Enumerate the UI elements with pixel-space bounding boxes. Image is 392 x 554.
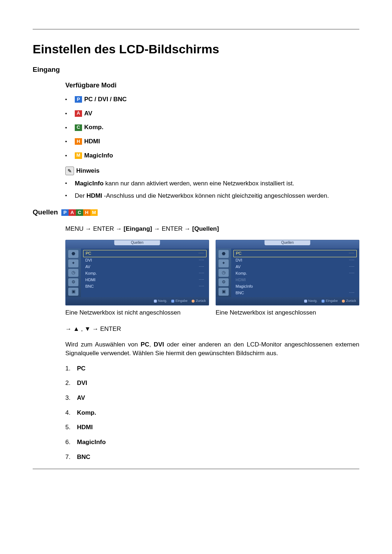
osd-row-value: ---- bbox=[199, 284, 204, 290]
note-tail: kann nur dann aktiviert werden, wenn ein… bbox=[103, 180, 294, 187]
badge-a-icon: A bbox=[75, 110, 82, 117]
desc-bold: DVI bbox=[154, 341, 164, 348]
osd-side-icon: ✦ bbox=[68, 259, 78, 267]
quellen-badges: P A C H M bbox=[61, 209, 98, 216]
osd-title: Quellen bbox=[265, 240, 310, 245]
badge-m-icon: M bbox=[75, 152, 82, 159]
osd-side-icon: ⬣ bbox=[219, 250, 229, 258]
osd-shot-a: Quellen ⬣ ✦ ◷ ⚙ ▣ PC----DVI----AV----Kom… bbox=[65, 240, 209, 305]
osd-footer: Navig. Eingabe Zurück bbox=[66, 297, 209, 305]
nav-bold: Quellen bbox=[194, 225, 217, 232]
osd-row-name: Komp. bbox=[85, 271, 97, 276]
eingang-block: Verfügbare Modi P PC / DVI / BNC A AV C … bbox=[65, 81, 359, 201]
osd-row-value: ---- bbox=[199, 271, 204, 276]
nav-bold: Eingang bbox=[126, 225, 150, 232]
mode-item-hdmi: H HDMI bbox=[65, 137, 359, 146]
osd-row-value: ---- bbox=[199, 251, 204, 257]
note-text: Der HDMI -Anschluss und die Netzwerkbox … bbox=[75, 192, 359, 201]
nav-text: MENU → ENTER → bbox=[65, 225, 124, 232]
osd-header: Quellen bbox=[216, 240, 359, 249]
osd-side-icon: ◷ bbox=[219, 269, 229, 277]
osd-footer-enter: Eingabe bbox=[322, 299, 338, 303]
osd-row-value: ---- bbox=[199, 264, 204, 270]
osd-footer-back: Zurück bbox=[192, 299, 206, 303]
osd-row-value: ---- bbox=[199, 277, 204, 283]
desc-text: Wird zum Auswählen von bbox=[65, 341, 141, 348]
nav-text: → ENTER → bbox=[152, 225, 192, 232]
desc-bold: PC bbox=[141, 341, 150, 348]
osd-side-icon: ⚙ bbox=[68, 278, 78, 286]
mode-item-magicinfo: M MagicInfo bbox=[65, 151, 359, 160]
quellen-description: Wird zum Auswählen von PC, DVI oder eine… bbox=[65, 340, 359, 358]
section-quellen-heading: Quellen P A C H M bbox=[33, 207, 359, 217]
osd-row-value: ---- bbox=[349, 271, 355, 276]
note-text: MagicInfo kann nur dann aktiviert werden… bbox=[75, 179, 294, 188]
mode-label: HDMI bbox=[84, 137, 100, 146]
osd-row-name: HDMI bbox=[236, 277, 246, 283]
osd-row: PC---- bbox=[83, 250, 207, 257]
osd-row: DVI---- bbox=[83, 257, 207, 264]
osd-row: AV---- bbox=[233, 264, 357, 270]
badge-c-icon: C bbox=[76, 209, 83, 216]
bullet-dot bbox=[65, 155, 67, 156]
osd-footer-nav: Navig. bbox=[304, 299, 318, 303]
osd-footer-nav: Navig. bbox=[154, 299, 167, 303]
mode-label: MagicInfo bbox=[84, 151, 113, 160]
mode-label: AV bbox=[84, 109, 92, 118]
note-pre: Der bbox=[75, 192, 86, 199]
osd-row: MagicInfo bbox=[233, 283, 357, 290]
osd-row: AV---- bbox=[83, 264, 207, 270]
badge-p-icon: P bbox=[61, 209, 69, 216]
osd-row-name: DVI bbox=[85, 258, 92, 263]
quellen-block: MENU → ENTER → [Eingang] → ENTER → [Quel… bbox=[65, 225, 359, 462]
nav-steps-1: MENU → ENTER → [Eingang] → ENTER → [Quel… bbox=[65, 225, 359, 234]
page: Einstellen des LCD-Bildschirms Eingang V… bbox=[33, 0, 359, 505]
osd-side-icon: ✦ bbox=[219, 259, 229, 267]
osd-body: ⬣ ✦ ◷ ⚙ ▣ PC----DVI----AV----Komp.----HD… bbox=[216, 249, 359, 297]
bullet-dot bbox=[65, 141, 67, 142]
osd-side-icon: ▣ bbox=[68, 288, 78, 296]
section-eingang-heading: Eingang bbox=[33, 65, 359, 75]
caption-a: Eine Netzwerkbox ist nicht angeschlossen bbox=[65, 308, 209, 317]
note-icon: ✎ bbox=[65, 167, 74, 175]
note-heading: ✎ Hinweis bbox=[65, 167, 359, 176]
osd-row-name: DVI bbox=[236, 258, 242, 263]
osd-row: Komp.---- bbox=[233, 270, 357, 277]
osd-row-name: PC bbox=[86, 251, 91, 257]
osd-row-value: ---- bbox=[349, 290, 355, 296]
osd-header: Quellen bbox=[66, 240, 209, 249]
list-item: HDMI bbox=[65, 423, 359, 432]
osd-row-name: BNC bbox=[236, 290, 244, 296]
osd-row: HDMI---- bbox=[83, 277, 207, 283]
note-bold: MagicInfo bbox=[75, 180, 103, 187]
nav-bracket: ] bbox=[217, 225, 219, 232]
osd-captions: Eine Netzwerkbox ist nicht angeschlossen… bbox=[65, 308, 359, 317]
bullet-dot bbox=[65, 195, 67, 196]
bullet-dot bbox=[65, 127, 67, 128]
bullet-dot bbox=[65, 99, 67, 100]
badge-m-icon: M bbox=[90, 209, 98, 216]
osd-footer-enter: Eingabe bbox=[171, 299, 187, 303]
note-bold: HDMI bbox=[86, 192, 102, 199]
osd-row-name: HDMI bbox=[85, 277, 95, 283]
list-item: AV bbox=[65, 394, 359, 403]
mode-item-pc: P PC / DVI / BNC bbox=[65, 95, 359, 104]
osd-sidebar: ⬣ ✦ ◷ ⚙ ▣ bbox=[216, 249, 231, 297]
modes-heading: Verfügbare Modi bbox=[65, 81, 359, 90]
note-label: Hinweis bbox=[76, 167, 99, 176]
osd-row-name: MagicInfo bbox=[236, 284, 253, 290]
caption-b: Eine Netzwerkbox ist angeschlossen bbox=[216, 308, 359, 317]
osd-row: BNC---- bbox=[233, 290, 357, 296]
osd-row-name: AV bbox=[236, 264, 241, 270]
osd-side-icon: ⚙ bbox=[219, 278, 229, 286]
osd-footer: Navig. Eingabe Zurück bbox=[216, 297, 359, 305]
badge-c-icon: C bbox=[75, 124, 82, 131]
list-item: MagicInfo bbox=[65, 438, 359, 447]
osd-row-name: BNC bbox=[85, 284, 94, 290]
mode-label: Komp. bbox=[84, 123, 103, 132]
bullet-dot bbox=[65, 113, 67, 114]
source-ordered-list: PC DVI AV Komp. HDMI MagicInfo BNC bbox=[65, 364, 359, 461]
osd-screenshots: Quellen ⬣ ✦ ◷ ⚙ ▣ PC----DVI----AV----Kom… bbox=[65, 240, 359, 305]
osd-row-value: ---- bbox=[349, 251, 354, 257]
osd-row: BNC---- bbox=[83, 283, 207, 290]
